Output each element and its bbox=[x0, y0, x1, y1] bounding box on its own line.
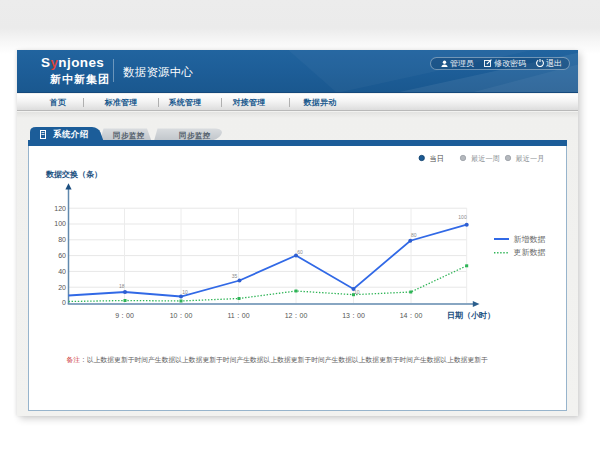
svg-text:9：00: 9：00 bbox=[115, 312, 134, 319]
svg-text:日期（小时）: 日期（小时） bbox=[447, 311, 495, 320]
svg-text:20: 20 bbox=[58, 284, 66, 291]
svg-text:13：00: 13：00 bbox=[342, 312, 365, 319]
svg-text:40: 40 bbox=[58, 268, 66, 275]
svg-text:12：00: 12：00 bbox=[285, 312, 308, 319]
svg-text:18: 18 bbox=[119, 283, 125, 289]
svg-text:当日: 当日 bbox=[430, 154, 444, 163]
svg-text:更新数据: 更新数据 bbox=[514, 248, 546, 257]
svg-text:14：00: 14：00 bbox=[400, 312, 423, 319]
svg-text:10: 10 bbox=[354, 289, 360, 295]
svg-text:最近一周: 最近一周 bbox=[471, 154, 500, 163]
svg-text:10：00: 10：00 bbox=[170, 312, 193, 319]
svg-text:10: 10 bbox=[182, 289, 188, 295]
svg-text:60: 60 bbox=[58, 252, 66, 259]
svg-text:新增数据: 新增数据 bbox=[514, 235, 546, 244]
svg-text:60: 60 bbox=[297, 249, 303, 255]
svg-text:0: 0 bbox=[62, 299, 66, 306]
svg-text:100: 100 bbox=[54, 220, 66, 227]
svg-text:数据交换（条）: 数据交换（条） bbox=[45, 170, 102, 179]
svg-text:最近一月: 最近一月 bbox=[516, 154, 545, 163]
svg-text:100: 100 bbox=[458, 214, 467, 220]
svg-text:120: 120 bbox=[54, 205, 66, 212]
svg-text:80: 80 bbox=[58, 236, 66, 243]
svg-text:80: 80 bbox=[411, 232, 417, 238]
svg-text:11：00: 11：00 bbox=[227, 312, 249, 319]
svg-text:35: 35 bbox=[232, 273, 238, 279]
